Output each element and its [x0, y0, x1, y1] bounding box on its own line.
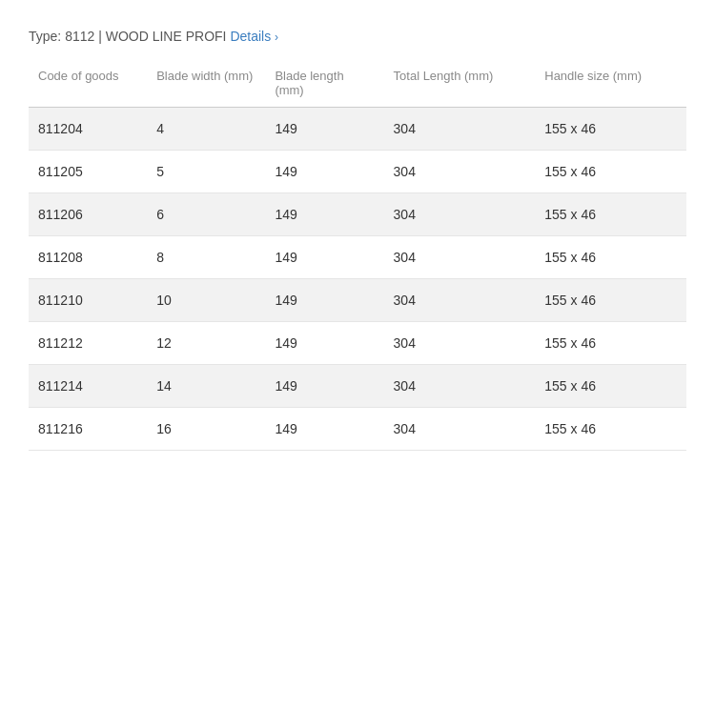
table-row: 81121414149304155 x 46: [29, 365, 686, 408]
table-row: 8112044149304155 x 46: [29, 108, 686, 151]
col-header-handle-size: Handle size (mm): [535, 61, 686, 108]
cell-blade_length: 149: [265, 151, 383, 193]
cell-code: 811214: [29, 365, 147, 408]
cell-total_length: 304: [384, 151, 536, 193]
cell-blade_width: 5: [147, 151, 265, 193]
cell-handle_size: 155 x 46: [535, 193, 686, 236]
table-header-row: Code of goods Blade width (mm) Blade len…: [29, 61, 686, 108]
product-table: Code of goods Blade width (mm) Blade len…: [29, 61, 686, 451]
cell-blade_length: 149: [265, 279, 383, 322]
cell-blade_length: 149: [265, 108, 383, 151]
table-row: 81121010149304155 x 46: [29, 279, 686, 322]
details-link[interactable]: Details ›: [230, 29, 278, 44]
cell-total_length: 304: [384, 365, 536, 408]
cell-blade_width: 12: [147, 322, 265, 365]
type-text: Type: 8112 | WOOD LINE PROFI: [29, 29, 226, 44]
cell-code: 811212: [29, 322, 147, 365]
cell-total_length: 304: [384, 236, 536, 279]
cell-blade_width: 8: [147, 236, 265, 279]
table-row: 81121616149304155 x 46: [29, 408, 686, 451]
type-header: Type: 8112 | WOOD LINE PROFI Details ›: [29, 19, 686, 44]
cell-blade_length: 149: [265, 365, 383, 408]
cell-code: 811210: [29, 279, 147, 322]
col-header-total-length: Total Length (mm): [384, 61, 536, 108]
cell-handle_size: 155 x 46: [535, 151, 686, 193]
col-header-blade-length: Blade length (mm): [265, 61, 383, 108]
table-row: 8112055149304155 x 46: [29, 151, 686, 193]
cell-total_length: 304: [384, 108, 536, 151]
col-header-code: Code of goods: [29, 61, 147, 108]
cell-blade_length: 149: [265, 193, 383, 236]
col-header-blade-width: Blade width (mm): [147, 61, 265, 108]
table-row: 8112066149304155 x 46: [29, 193, 686, 236]
cell-blade_width: 4: [147, 108, 265, 151]
cell-blade_length: 149: [265, 408, 383, 451]
cell-blade_width: 10: [147, 279, 265, 322]
cell-handle_size: 155 x 46: [535, 236, 686, 279]
table-row: 81121212149304155 x 46: [29, 322, 686, 365]
cell-code: 811205: [29, 151, 147, 193]
cell-total_length: 304: [384, 322, 536, 365]
cell-code: 811206: [29, 193, 147, 236]
cell-total_length: 304: [384, 408, 536, 451]
cell-handle_size: 155 x 46: [535, 408, 686, 451]
cell-handle_size: 155 x 46: [535, 365, 686, 408]
cell-blade_width: 14: [147, 365, 265, 408]
cell-handle_size: 155 x 46: [535, 279, 686, 322]
cell-blade_length: 149: [265, 236, 383, 279]
cell-code: 811204: [29, 108, 147, 151]
table-row: 8112088149304155 x 46: [29, 236, 686, 279]
cell-code: 811208: [29, 236, 147, 279]
cell-total_length: 304: [384, 193, 536, 236]
cell-blade_width: 6: [147, 193, 265, 236]
cell-code: 811216: [29, 408, 147, 451]
cell-blade_width: 16: [147, 408, 265, 451]
cell-handle_size: 155 x 46: [535, 322, 686, 365]
cell-handle_size: 155 x 46: [535, 108, 686, 151]
cell-total_length: 304: [384, 279, 536, 322]
cell-blade_length: 149: [265, 322, 383, 365]
